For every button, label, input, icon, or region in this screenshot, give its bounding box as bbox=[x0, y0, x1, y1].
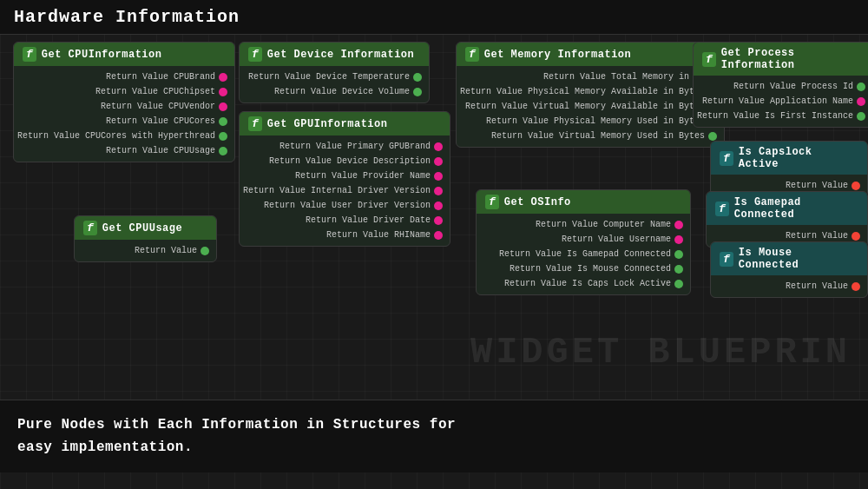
blueprint-canvas: f Get CPUInformation Return Value CPUBra… bbox=[0, 35, 868, 400]
pin-device-temp bbox=[413, 73, 422, 82]
node-header-process-info: f Get Process Information bbox=[694, 43, 868, 76]
node-header-capslock: f Is Capslock Active bbox=[711, 142, 867, 175]
node-get-cpu-info[interactable]: f Get CPUInformation Return Value CPUBra… bbox=[13, 42, 235, 162]
pin-gpu-int-driver bbox=[434, 187, 443, 195]
func-icon-cpu: f bbox=[23, 47, 36, 62]
node-is-capslock[interactable]: f Is Capslock Active Return Value bbox=[710, 141, 868, 197]
node-get-device-info[interactable]: f Get Device Information Return Value De… bbox=[239, 42, 430, 103]
page-footer: Pure Nodes with Each Information in Stru… bbox=[0, 400, 868, 472]
node-body-gpu-info: Return Value Primary GPUBrand Return Val… bbox=[240, 135, 450, 246]
pin-os-mouse bbox=[674, 265, 683, 274]
row-cpu-usage: Return Value CPUUsage bbox=[14, 143, 234, 158]
node-title-os-info: Get OSInfo bbox=[504, 196, 571, 208]
pin-gamepad-val bbox=[852, 232, 860, 241]
node-title-gamepad: Is Gamepad Connected bbox=[734, 196, 858, 221]
pin-cpu-brand bbox=[219, 73, 227, 82]
pin-os-gamepad bbox=[674, 250, 683, 259]
pin-cpu-chipset bbox=[219, 88, 227, 96]
row-device-temp: Return Value Device Temperature bbox=[240, 69, 429, 84]
node-title-device-info: Get Device Information bbox=[267, 49, 414, 61]
pin-cpu-vendor bbox=[219, 102, 227, 111]
node-body-os-info: Return Value Computer Name Return Value … bbox=[477, 214, 690, 294]
node-body-cpu-usage: Return Value bbox=[75, 240, 216, 261]
node-get-cpu-usage[interactable]: f Get CPUUsage Return Value bbox=[74, 215, 217, 262]
func-icon-capslock: f bbox=[720, 151, 733, 166]
row-gpu-user-driver: Return Value User Driver Version bbox=[240, 198, 450, 213]
pin-proc-id bbox=[857, 83, 865, 91]
pin-cpu-usage-val bbox=[201, 247, 209, 255]
pin-gpu-provider bbox=[434, 172, 443, 181]
row-gpu-desc: Return Value Device Description bbox=[240, 154, 450, 169]
row-gpu-brand: Return Value Primary GPUBrand bbox=[240, 139, 450, 154]
func-icon-cpu-usage: f bbox=[83, 221, 97, 235]
node-title-process-info: Get Process Information bbox=[721, 47, 864, 71]
node-get-os-info[interactable]: f Get OSInfo Return Value Computer Name … bbox=[476, 189, 691, 295]
row-gpu-provider: Return Value Provider Name bbox=[240, 169, 450, 183]
node-get-process-info[interactable]: f Get Process Information Return Value P… bbox=[693, 42, 868, 128]
node-header-gamepad: f Is Gamepad Connected bbox=[707, 192, 867, 225]
node-header-cpu-usage: f Get CPUUsage bbox=[75, 216, 216, 240]
node-is-gamepad[interactable]: f Is Gamepad Connected Return Value bbox=[706, 191, 868, 248]
node-header-memory-info: f Get Memory Information bbox=[457, 43, 724, 66]
node-body-mouse: Return Value bbox=[711, 275, 867, 297]
row-cpu-cores: Return Value CPUCores bbox=[14, 114, 234, 129]
footer-line2: easy implementation. bbox=[17, 439, 193, 455]
row-mem-virt-used: Return Value Virtual Memory Used in Byte… bbox=[457, 129, 724, 143]
pin-gpu-driver-date bbox=[434, 216, 443, 225]
page-header: Hardware Information bbox=[0, 0, 868, 35]
row-os-mouse: Return Value Is Mouse Connected bbox=[477, 261, 690, 276]
func-icon-process: f bbox=[702, 52, 716, 67]
footer-line1: Pure Nodes with Each Information in Stru… bbox=[17, 417, 456, 433]
pin-gpu-brand bbox=[434, 142, 443, 151]
func-icon-memory: f bbox=[465, 47, 479, 62]
node-body-cpu-info: Return Value CPUBrand Return Value CPUCh… bbox=[14, 66, 234, 162]
row-mouse-val: Return Value bbox=[711, 279, 867, 294]
pin-gpu-desc bbox=[434, 157, 443, 166]
node-header-gpu-info: f Get GPUInformation bbox=[240, 112, 450, 135]
func-icon-device: f bbox=[248, 47, 262, 62]
row-proc-id: Return Value Process Id bbox=[694, 79, 868, 94]
row-os-computer: Return Value Computer Name bbox=[477, 217, 690, 232]
row-gpu-internal-driver: Return Value Internal Driver Version bbox=[240, 183, 450, 198]
node-header-mouse: f Is Mouse Connected bbox=[711, 242, 867, 275]
pin-cpu-hyper bbox=[219, 132, 227, 141]
pin-mouse-val bbox=[852, 282, 860, 291]
row-cpu-brand: Return Value CPUBrand bbox=[14, 69, 234, 84]
node-title-mouse: Is Mouse Connected bbox=[739, 247, 858, 271]
node-is-mouse[interactable]: f Is Mouse Connected Return Value bbox=[710, 241, 868, 298]
row-os-gamepad: Return Value Is Gamepad Connected bbox=[477, 247, 690, 261]
node-body-memory-info: Return Value Total Memory in Gb Return V… bbox=[457, 66, 724, 147]
row-cpu-usage-val: Return Value bbox=[75, 243, 216, 258]
node-title-capslock: Is Capslock Active bbox=[739, 146, 858, 170]
node-get-memory-info[interactable]: f Get Memory Information Return Value To… bbox=[456, 42, 725, 148]
pin-cpu-cores bbox=[219, 117, 227, 126]
node-body-process-info: Return Value Process Id Return Value App… bbox=[694, 76, 868, 127]
node-header-device-info: f Get Device Information bbox=[240, 43, 429, 66]
node-get-gpu-info[interactable]: f Get GPUInformation Return Value Primar… bbox=[239, 111, 450, 247]
row-gpu-rhi: Return Value RHIName bbox=[240, 228, 450, 242]
pin-device-vol bbox=[413, 88, 422, 96]
pin-os-computer bbox=[674, 221, 683, 229]
pin-capslock-val bbox=[852, 182, 860, 190]
row-mem-total: Return Value Total Memory in Gb bbox=[457, 69, 724, 84]
node-title-cpu-info: Get CPUInformation bbox=[42, 49, 162, 61]
row-os-username: Return Value Username bbox=[477, 232, 690, 247]
page-title: Hardware Information bbox=[14, 7, 240, 27]
pin-os-username bbox=[674, 235, 683, 244]
node-title-gpu-info: Get GPUInformation bbox=[267, 118, 388, 130]
pin-os-caps bbox=[674, 280, 683, 288]
row-proc-first-inst: Return Value Is First Instance bbox=[694, 109, 868, 123]
row-cpu-cores-hyper: Return Value CPUCores with Hyperthread bbox=[14, 129, 234, 143]
pin-proc-app bbox=[857, 97, 865, 106]
func-icon-mouse: f bbox=[720, 252, 733, 267]
row-mem-phys-avail: Return Value Physical Memory Available i… bbox=[457, 84, 724, 99]
pin-gpu-rhi bbox=[434, 231, 443, 240]
pin-gpu-user-driver bbox=[434, 202, 443, 210]
node-header-cpu-info: f Get CPUInformation bbox=[14, 43, 234, 66]
node-header-os-info: f Get OSInfo bbox=[477, 190, 690, 214]
node-title-memory-info: Get Memory Information bbox=[484, 49, 631, 61]
row-mem-virt-avail: Return Value Virtual Memory Available in… bbox=[457, 99, 724, 114]
func-icon-gamepad: f bbox=[715, 202, 729, 216]
row-gpu-driver-date: Return Value Driver Date bbox=[240, 213, 450, 228]
footer-text: Pure Nodes with Each Information in Stru… bbox=[17, 414, 851, 459]
